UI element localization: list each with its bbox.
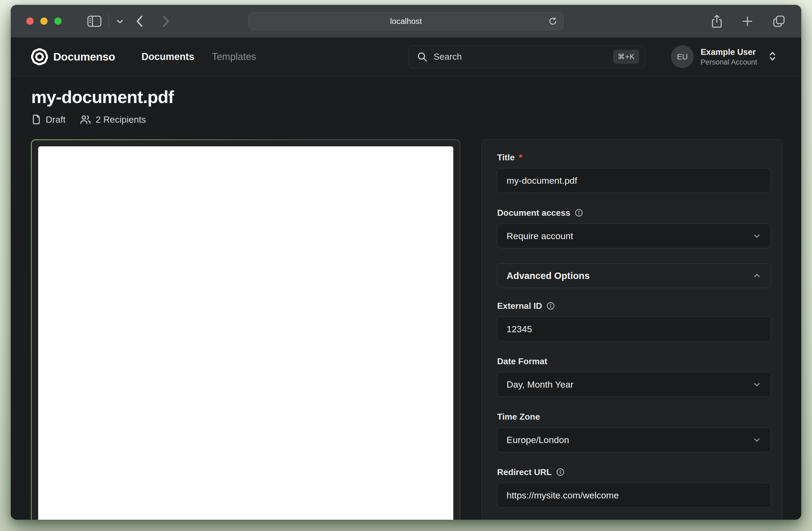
zoom-window-button[interactable] (54, 17, 61, 25)
document-access-field: Document access Require account (497, 208, 771, 248)
external-id-input[interactable] (497, 317, 771, 341)
date-format-value: Day, Month Year (507, 379, 574, 390)
redirect-url-field: Redirect URL (497, 467, 771, 507)
document-access-value: Require account (507, 231, 573, 241)
recipients-text: 2 Recipients (96, 114, 146, 125)
search-icon (417, 51, 428, 62)
date-format-select[interactable]: Day, Month Year (497, 372, 771, 397)
date-format-label: Date Format (497, 356, 548, 366)
toolbar-divider (108, 14, 109, 28)
main-nav: Documents Templates (142, 51, 256, 62)
new-tab-icon[interactable] (741, 15, 754, 28)
title-field: Title * (497, 153, 771, 193)
chevrons-up-down-icon (768, 51, 777, 63)
date-format-field: Date Format Day, Month Year (497, 356, 771, 397)
sidebar-menu-chevron-icon[interactable] (116, 18, 124, 24)
pdf-page (38, 146, 453, 520)
page-title: my-document.pdf (31, 87, 781, 107)
browser-window: localhost (11, 5, 801, 520)
nav-documents[interactable]: Documents (142, 51, 194, 62)
external-id-label: External ID (497, 301, 542, 311)
nav-templates[interactable]: Templates (212, 51, 256, 62)
app-header: Documenso Documents Templates ⌘+K EU Exa… (11, 38, 801, 76)
sidebar-toggle-icon[interactable] (87, 16, 101, 27)
document-settings-panel: Title * Document access (481, 139, 783, 520)
back-button[interactable] (135, 14, 144, 28)
search-shortcut-badge: ⌘+K (613, 50, 639, 64)
close-window-button[interactable] (26, 17, 34, 25)
reload-icon[interactable] (548, 16, 558, 26)
search-input[interactable] (434, 52, 607, 62)
time-zone-value: Europe/London (507, 435, 569, 445)
tab-overview-icon[interactable] (772, 15, 786, 28)
traffic-lights (26, 17, 61, 25)
recipients-badge: 2 Recipients (79, 114, 146, 125)
documenso-logo-icon (32, 49, 47, 64)
minimize-window-button[interactable] (40, 17, 47, 25)
info-icon[interactable] (556, 468, 565, 476)
app-content: Documenso Documents Templates ⌘+K EU Exa… (11, 38, 801, 520)
users-icon (79, 114, 91, 125)
title-label: Title (497, 153, 514, 162)
info-icon[interactable] (546, 302, 555, 310)
time-zone-select[interactable]: Europe/London (497, 428, 771, 452)
time-zone-label: Time Zone (497, 412, 540, 421)
redirect-url-input[interactable] (497, 483, 771, 507)
forward-button[interactable] (162, 14, 171, 28)
avatar: EU (671, 45, 694, 68)
redirect-url-label: Redirect URL (497, 467, 552, 477)
advanced-options-toggle[interactable]: Advanced Options (497, 263, 771, 288)
document-access-label: Document access (497, 208, 570, 218)
address-bar[interactable]: localhost (248, 12, 564, 30)
info-icon[interactable] (575, 209, 583, 217)
brand-name: Documenso (53, 51, 115, 63)
browser-toolbar: localhost (11, 5, 801, 38)
external-id-field: External ID (497, 301, 771, 341)
account-type: Personal Account (701, 58, 757, 67)
title-input[interactable] (497, 168, 771, 193)
chevron-up-icon (752, 271, 762, 280)
account-name: Example User (701, 47, 757, 57)
chevron-down-icon (752, 435, 762, 444)
required-asterisk: * (519, 153, 522, 162)
content: Title * Document access (11, 125, 801, 520)
status-text: Draft (46, 114, 66, 125)
document-viewer-card (31, 139, 460, 520)
status-badge: Draft (31, 114, 66, 125)
page-head: my-document.pdf Draft 2 (11, 76, 801, 125)
chevron-down-icon (752, 380, 762, 389)
chevron-down-icon (752, 231, 762, 241)
share-icon[interactable] (711, 14, 723, 28)
file-icon (31, 114, 41, 125)
time-zone-field: Time Zone Europe/London (497, 412, 771, 452)
document-access-select[interactable]: Require account (497, 224, 771, 248)
account-menu[interactable]: EU Example User Personal Account (671, 45, 777, 68)
advanced-options-label: Advanced Options (507, 270, 590, 281)
brand[interactable]: Documenso (32, 49, 115, 64)
search-box[interactable]: ⌘+K (409, 45, 645, 68)
url-text: localhost (390, 17, 422, 26)
